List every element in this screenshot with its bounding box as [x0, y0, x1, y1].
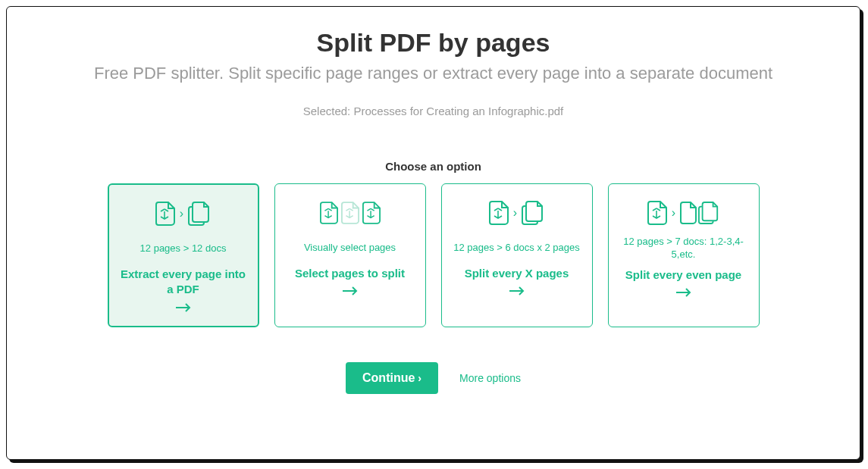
option-split-every-even[interactable]: › 12 pages > 7 docs: 1,2-3,4-5,etc. Spli…	[608, 183, 760, 327]
option-select-pages[interactable]: Visually select pages Select pages to sp…	[274, 183, 426, 327]
page-title: Split PDF by pages	[25, 28, 841, 58]
pdf-icon	[320, 202, 338, 224]
pdf-icon	[362, 202, 381, 224]
continue-button-label: Continue	[362, 371, 415, 385]
choose-option-label: Choose an option	[25, 160, 841, 173]
pdf-icon	[647, 201, 667, 225]
options-row: › 12 pages > 12 docs Extract every page …	[25, 183, 841, 327]
app-panel: Split PDF by pages Free PDF splitter. Sp…	[6, 6, 860, 460]
more-options-link[interactable]: More options	[459, 372, 521, 384]
arrow-right-icon	[342, 286, 359, 299]
arrow-right-icon	[509, 286, 525, 299]
actions-row: Continue › More options	[25, 362, 841, 394]
arrow-right-icon	[675, 287, 692, 301]
option-subtext: Visually select pages	[304, 236, 396, 260]
option-title: Extract every page into a PDF	[120, 267, 247, 298]
page-subtitle: Free PDF splitter. Split specific page r…	[25, 64, 841, 83]
option-icon-group: ›	[489, 198, 544, 228]
pdf-icon	[489, 201, 509, 225]
chevron-right-icon: ›	[180, 207, 183, 220]
option-title: Split every X pages	[465, 266, 569, 281]
option-title: Split every even page	[625, 267, 741, 283]
chevron-right-icon: ›	[672, 206, 675, 220]
document-icon	[680, 202, 697, 224]
chevron-right-icon: ›	[418, 372, 421, 384]
pdf-icon	[155, 202, 175, 226]
arrow-right-icon	[175, 302, 192, 316]
option-icon-group: ›	[155, 199, 211, 229]
option-icon-group: ›	[647, 198, 719, 228]
option-split-every-x[interactable]: › 12 pages > 6 docs x 2 pages Split ever…	[441, 183, 593, 327]
chevron-right-icon: ›	[513, 206, 517, 220]
documents-icon	[522, 201, 544, 225]
option-icon-group	[320, 198, 381, 228]
continue-button[interactable]: Continue ›	[346, 362, 438, 394]
selected-file-label: Selected: Processes for Creating an Info…	[25, 105, 841, 117]
documents-icon	[698, 202, 719, 224]
option-subtext: 12 pages > 6 docs x 2 pages	[453, 236, 580, 260]
pdf-faded-icon	[341, 202, 359, 224]
option-subtext: 12 pages > 12 docs	[140, 236, 227, 261]
documents-icon	[188, 202, 211, 226]
option-extract-every-page[interactable]: › 12 pages > 12 docs Extract every page …	[108, 183, 259, 327]
option-title: Select pages to split	[295, 266, 405, 281]
option-subtext: 12 pages > 7 docs: 1,2-3,4-5,etc.	[619, 236, 748, 261]
